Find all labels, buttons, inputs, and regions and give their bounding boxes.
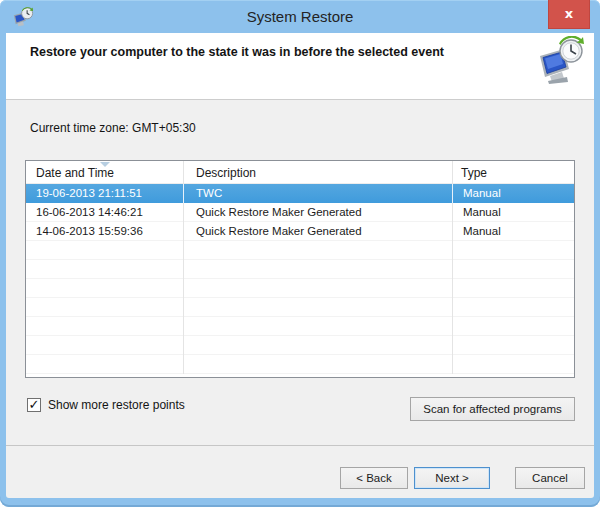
back-button[interactable]: < Back	[340, 467, 408, 489]
table-row[interactable]: 14-06-2013 15:59:36 Quick Restore Maker …	[26, 222, 574, 241]
table-empty-row	[26, 279, 574, 298]
column-header-description[interactable]: Description	[184, 161, 453, 184]
table-row[interactable]: 16-06-2013 14:46:21 Quick Restore Maker …	[26, 203, 574, 222]
cell-date: 14-06-2013 15:59:36	[26, 222, 184, 241]
checkbox-label: Show more restore points	[48, 398, 185, 412]
cell-description: Quick Restore Maker Generated	[184, 203, 453, 222]
table-empty-row	[26, 241, 574, 260]
table-empty-row	[26, 317, 574, 336]
table-empty-row	[26, 298, 574, 317]
footer-divider	[6, 445, 594, 446]
header-band: Restore your computer to the state it wa…	[6, 33, 594, 100]
show-more-restore-points[interactable]: ✓ Show more restore points	[27, 398, 185, 412]
close-button[interactable]: x	[548, 0, 590, 29]
cell-type: Manual	[453, 203, 574, 222]
cell-date: 16-06-2013 14:46:21	[26, 203, 184, 222]
dialog-body: Restore your computer to the state it wa…	[6, 33, 594, 498]
table-empty-row	[26, 260, 574, 279]
sort-descending-icon	[100, 162, 110, 167]
cell-type: Manual	[453, 222, 574, 241]
timezone-label: Current time zone: GMT+05:30	[30, 121, 196, 135]
table-empty-row	[26, 355, 574, 374]
titlebar[interactable]: System Restore x	[0, 0, 600, 33]
next-button[interactable]: Next >	[414, 467, 490, 489]
cancel-button[interactable]: Cancel	[515, 467, 585, 489]
restore-points-table[interactable]: Date and Time Description Type 19-06-201…	[25, 160, 575, 378]
table-header-row: Date and Time Description Type	[26, 161, 574, 184]
cell-type: Manual	[453, 184, 574, 203]
table-empty-row	[26, 336, 574, 355]
window-title: System Restore	[0, 0, 600, 33]
cell-description: TWC	[184, 184, 453, 203]
cell-date: 19-06-2013 21:11:51	[26, 184, 184, 203]
cell-description: Quick Restore Maker Generated	[184, 222, 453, 241]
scan-affected-programs-button[interactable]: Scan for affected programs	[410, 397, 575, 421]
system-restore-icon	[536, 36, 586, 86]
instruction-text: Restore your computer to the state it wa…	[30, 45, 444, 59]
system-restore-window: System Restore x Restore your computer t…	[0, 0, 600, 507]
column-header-type[interactable]: Type	[453, 161, 574, 184]
checkbox-checked[interactable]: ✓	[27, 398, 41, 412]
table-row-selected[interactable]: 19-06-2013 21:11:51 TWC Manual	[26, 184, 574, 203]
